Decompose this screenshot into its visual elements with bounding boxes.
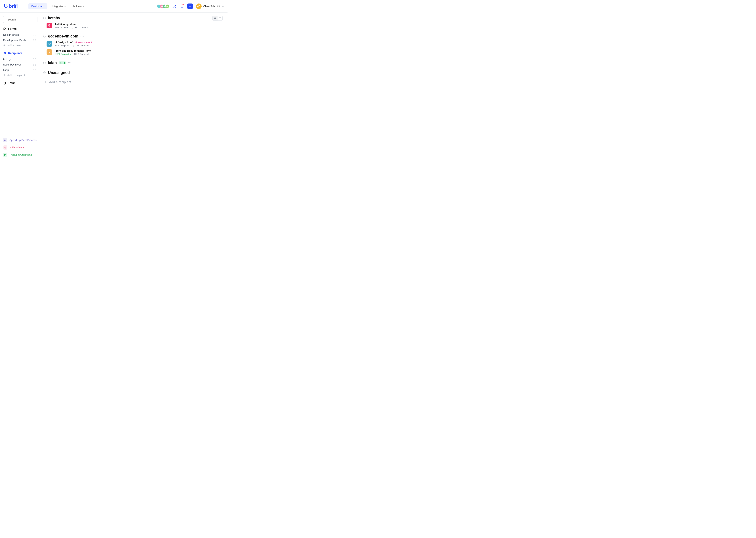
- header-right: F T BE CS Clara Schmidt: [158, 4, 224, 9]
- group-title: gocenbeyin.com: [48, 34, 78, 38]
- card-body: Front-end Requirements Form 100% Complet…: [55, 49, 91, 55]
- group-header[interactable]: ketchy •••: [43, 16, 223, 20]
- recipient-group: ketchy ••• Auth0 Integration 0% Complete…: [43, 16, 223, 29]
- form-icon: [3, 27, 6, 30]
- completion-text: 100% Completed: [55, 53, 71, 55]
- user-menu[interactable]: CS Clara Schmidt: [196, 4, 224, 9]
- trash-label: Trash: [8, 81, 16, 84]
- comment-count: 24 Comments: [73, 44, 90, 47]
- recipients-section-title: Recipients: [3, 52, 38, 55]
- nav-briflverse[interactable]: briflverse: [70, 3, 87, 9]
- add-recipient-main-button[interactable]: Add a recipient: [44, 80, 223, 84]
- sidebar-item-label: kåap: [3, 69, 9, 72]
- team-avatar-stack[interactable]: F T BE: [158, 4, 169, 8]
- drag-handle-icon[interactable]: ⋮⋮: [32, 39, 36, 41]
- brief-card[interactable]: Auth0 Integration 0% Completed No commen…: [47, 23, 223, 29]
- user-name: Clara Schmidt: [203, 5, 220, 8]
- svg-rect-5: [214, 19, 215, 19]
- forms-list: Design Briefs⋮⋮ Development Briefs⋮⋮: [3, 33, 38, 42]
- forms-section-title: Forms: [3, 27, 38, 30]
- group-header[interactable]: kåap +2 •••: [43, 61, 223, 65]
- comment-icon: [72, 26, 74, 29]
- list-view-button[interactable]: [217, 16, 222, 21]
- question-icon: [3, 153, 7, 157]
- comments-text: No comment: [75, 26, 88, 29]
- svg-rect-11: [48, 43, 50, 44]
- plus-icon: [44, 81, 47, 84]
- sidebar-item-label: Development Briefs: [3, 39, 26, 42]
- brand-logo[interactable]: brifl: [4, 4, 18, 9]
- layout: Forms Design Briefs⋮⋮ Development Briefs…: [0, 13, 227, 162]
- brief-card[interactable]: ui Design Brief +1 New comment 94% Compl…: [47, 41, 223, 47]
- header: brifl Dashboard Integrations briflverse …: [0, 0, 227, 13]
- sidebar: Forms Design Briefs⋮⋮ Development Briefs…: [0, 13, 38, 162]
- search-box[interactable]: [3, 16, 37, 23]
- group-menu-icon[interactable]: •••: [62, 17, 66, 20]
- speed-up-link[interactable]: Speed Up Brief Process: [3, 138, 38, 142]
- person-icon: [60, 62, 62, 64]
- assignee-badge: +2: [59, 62, 66, 64]
- drag-handle-icon[interactable]: ⋮⋮: [32, 34, 36, 36]
- sidebar-item-label: ketchy: [3, 58, 11, 61]
- nav-dashboard[interactable]: Dashboard: [28, 3, 47, 9]
- create-button[interactable]: [187, 4, 193, 9]
- comment-count: No comment: [72, 26, 88, 29]
- svg-rect-3: [214, 17, 215, 18]
- brifl-icon: [4, 4, 8, 9]
- card-body: Auth0 Integration 0% Completed No commen…: [55, 23, 88, 29]
- drag-handle-icon[interactable]: ⋮⋮: [32, 69, 36, 71]
- add-base-button[interactable]: Add a base: [3, 44, 38, 47]
- recipient-group: gocenbeyin.com ••• ui Design Brief +1 Ne…: [43, 34, 223, 55]
- group-header[interactable]: gocenbeyin.com •••: [43, 34, 223, 38]
- sidebar-item-label: gocenbeyin.com: [3, 63, 22, 66]
- academy-link[interactable]: briflacademy: [3, 145, 38, 149]
- completion-text: 94% Completed: [55, 44, 70, 47]
- card-title: Auth0 Integration: [55, 23, 75, 26]
- card-body: ui Design Brief +1 New comment 94% Compl…: [55, 41, 92, 47]
- search-input[interactable]: [8, 18, 41, 21]
- recipients-title-text: Recipients: [8, 52, 22, 55]
- svg-point-0: [174, 5, 175, 6]
- group-header[interactable]: Unassigned: [43, 71, 223, 75]
- sidebar-form-item[interactable]: Development Briefs⋮⋮: [3, 38, 38, 42]
- view-toggle: [213, 16, 223, 21]
- svg-point-8: [49, 25, 50, 26]
- svg-rect-4: [215, 17, 216, 18]
- plus-icon: [3, 44, 6, 47]
- user-avatar: CS: [196, 4, 202, 9]
- brand-name: brifl: [9, 4, 18, 9]
- drag-handle-icon[interactable]: ⋮⋮: [32, 63, 36, 66]
- chevron-up-icon: [221, 5, 224, 8]
- card-title: Front-end Requirements Form: [55, 49, 91, 52]
- add-base-label: Add a base: [7, 44, 21, 47]
- collapse-icon: [43, 17, 46, 20]
- group-menu-icon[interactable]: •••: [80, 35, 84, 38]
- sidebar-form-item[interactable]: Design Briefs⋮⋮: [3, 33, 38, 36]
- trash-button[interactable]: Trash: [3, 81, 38, 84]
- group-title: Unassigned: [48, 71, 70, 75]
- sidebar-recipient-item[interactable]: gocenbeyin.com⋮⋮: [3, 63, 38, 66]
- group-menu-icon[interactable]: •••: [68, 61, 71, 65]
- card-title: ui Design Brief: [55, 41, 72, 44]
- sidebar-recipient-item[interactable]: kåap⋮⋮: [3, 68, 38, 72]
- forms-title-text: Forms: [8, 27, 17, 30]
- top-nav: Dashboard Integrations briflverse: [28, 3, 87, 9]
- grid-view-button[interactable]: [213, 16, 217, 21]
- new-comment-badge: +1 New comment: [74, 41, 92, 44]
- invite-user-icon[interactable]: [172, 4, 177, 8]
- faq-link[interactable]: Frequent Questions: [3, 153, 38, 157]
- brief-card[interactable]: Front-end Requirements Form 100% Complet…: [47, 49, 223, 55]
- drag-handle-icon[interactable]: ⋮⋮: [32, 58, 36, 60]
- trash-icon: [3, 81, 6, 84]
- nav-integrations[interactable]: Integrations: [49, 3, 69, 9]
- footer-label: briflacademy: [10, 146, 24, 149]
- notifications-icon[interactable]: [180, 4, 184, 8]
- grid-icon: [214, 17, 216, 20]
- comment-icon: [74, 53, 77, 55]
- svg-rect-6: [215, 19, 216, 19]
- sidebar-recipient-item[interactable]: ketchy⋮⋮: [3, 57, 38, 61]
- svg-point-15: [61, 62, 61, 63]
- add-recipient-sidebar-button[interactable]: Add a recipient: [3, 74, 38, 77]
- plus-icon: [3, 74, 6, 76]
- main-content: ketchy ••• Auth0 Integration 0% Complete…: [38, 13, 227, 162]
